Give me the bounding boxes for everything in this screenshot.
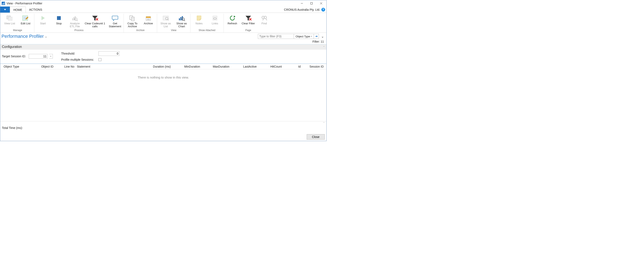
group-label-manage: Manage	[13, 28, 22, 32]
total-time-label: Total Time (ms):	[0, 124, 326, 133]
analyze-icon	[71, 15, 78, 22]
fasttab-configuration: Configuration ⌃ Target Session ID: ▾ Thr…	[0, 44, 326, 64]
ribbon-group-view: Show as List Show as Chart	[157, 14, 190, 33]
analyze-etl-button[interactable]: Analyze ETL File	[68, 14, 82, 28]
svg-marker-19	[42, 16, 45, 20]
clear-filter-button[interactable]: Clear Filter	[241, 14, 255, 28]
svg-rect-20	[57, 16, 61, 20]
svg-rect-36	[147, 19, 150, 19]
col-object-id[interactable]: Object ID	[32, 65, 55, 68]
svg-rect-30	[131, 17, 134, 21]
expand-filter-button[interactable]: ⌄	[320, 34, 324, 38]
svg-rect-41	[179, 18, 180, 20]
filter-box: Object Type ▾	[258, 34, 319, 39]
col-min-duration[interactable]: MinDuration	[172, 65, 201, 68]
clear-calls-button[interactable]: Clear Codeunit 1 calls	[84, 14, 106, 28]
chevron-up-icon: ⌃	[323, 46, 325, 48]
stop-button[interactable]: Stop	[52, 14, 66, 28]
ribbon-group-process: Start Stop	[34, 14, 124, 33]
copy-to-archive-button[interactable]: Copy To Archive	[126, 14, 139, 28]
title-dropdown-icon[interactable]: ▾	[46, 35, 46, 38]
svg-rect-35	[146, 17, 151, 18]
links-button[interactable]: Links	[208, 14, 222, 28]
chart-view-icon	[178, 15, 185, 22]
link-icon	[212, 15, 218, 22]
company-name: CRONUS Australia Pty. Ltd.	[284, 8, 320, 11]
svg-line-25	[77, 20, 78, 21]
show-as-chart-button[interactable]: Show as Chart	[175, 14, 188, 28]
col-statement[interactable]: Statement	[76, 65, 145, 68]
svg-rect-42	[180, 17, 182, 20]
find-icon	[260, 15, 268, 22]
notes-button[interactable]: Notes	[192, 14, 206, 28]
list-view-icon	[162, 15, 169, 22]
ribbon-tabs: HOME ACTIONS CRONUS Australia Pty. Ltd. …	[0, 7, 326, 13]
window-title: View - Performance Profiler	[6, 2, 42, 5]
col-hit-count[interactable]: HitCount	[258, 65, 283, 68]
filter-status: Filter: 11	[0, 40, 326, 44]
close-window-button[interactable]	[316, 0, 326, 7]
refresh-button[interactable]: Refresh	[226, 14, 239, 28]
svg-marker-8	[4, 9, 6, 10]
col-id[interactable]: Id	[283, 65, 302, 68]
col-duration[interactable]: Duration (ms)	[145, 65, 172, 68]
threshold-input[interactable]	[98, 51, 120, 56]
show-as-list-button[interactable]: Show as List	[159, 14, 173, 28]
svg-rect-37	[147, 19, 150, 20]
file-tab[interactable]	[0, 7, 10, 13]
svg-marker-48	[234, 16, 236, 18]
footer-collapse-icon[interactable]: ⌃	[323, 122, 325, 124]
group-label-page: Page	[245, 28, 251, 32]
ribbon-group-archive: Copy To Archive Archive Archive	[124, 14, 157, 33]
page-title: Performance Profiler	[2, 34, 44, 39]
ribbon-group-manage: View List Edit List	[1, 14, 34, 33]
filter-go-button[interactable]	[314, 34, 319, 39]
col-object-type[interactable]: Object Type	[2, 65, 32, 68]
maximize-button[interactable]	[307, 0, 316, 7]
start-button[interactable]: Start	[36, 14, 50, 28]
col-max-duration[interactable]: MaxDuration	[201, 65, 231, 68]
tab-home[interactable]: HOME	[10, 7, 26, 13]
note-icon	[196, 15, 202, 22]
profile-multi-label: Profile multiple Sessions:	[61, 58, 97, 61]
svg-line-45	[184, 20, 185, 21]
copy-icon	[129, 15, 136, 22]
svg-marker-57	[316, 36, 318, 37]
profile-multi-checkbox[interactable]	[98, 58, 102, 61]
close-button[interactable]: Close	[307, 134, 325, 140]
help-icon[interactable]: ?	[321, 8, 325, 12]
tab-actions[interactable]: ACTIONS	[26, 7, 46, 13]
clear-page-filter-icon	[245, 15, 252, 22]
svg-rect-2	[3, 3, 4, 5]
find-button[interactable]: Find	[257, 14, 271, 28]
stop-icon	[55, 15, 62, 22]
view-list-button[interactable]: View List	[3, 14, 16, 28]
ribbon: View List Edit List	[0, 13, 326, 33]
target-session-lookup[interactable]: ▾	[49, 54, 53, 59]
get-statement-button[interactable]: Get Statement	[108, 14, 122, 28]
edit-list-button[interactable]: Edit List	[19, 14, 32, 28]
group-label-show-attached: Show Attached	[198, 28, 215, 32]
group-label-process: Process	[74, 28, 84, 32]
fasttab-header-configuration[interactable]: Configuration ⌃	[0, 44, 326, 49]
group-label-view: View	[171, 28, 176, 32]
title-bar: View - Performance Profiler	[0, 0, 326, 7]
grid-empty-message: There is nothing to show in this view.	[0, 69, 326, 121]
col-last-active[interactable]: LastActive	[231, 65, 258, 68]
col-line-no[interactable]: Line No	[55, 65, 76, 68]
svg-rect-1	[2, 4, 3, 5]
app-window: View - Performance Profiler HOME ACTIONS…	[0, 0, 326, 141]
grid-header-row: Object Type Object ID Line No Statement …	[0, 64, 326, 69]
view-list-icon	[6, 15, 13, 22]
target-session-input[interactable]	[29, 54, 48, 59]
minimize-button[interactable]	[297, 0, 307, 7]
col-session-id[interactable]: Session ID	[302, 65, 325, 68]
results-grid: Object Type Object ID Line No Statement …	[0, 64, 326, 121]
archive-icon	[145, 15, 152, 22]
svg-rect-5	[311, 3, 312, 5]
filter-column-select[interactable]: Object Type ▾	[294, 34, 314, 39]
archive-button[interactable]: Archive	[142, 14, 155, 28]
filter-input[interactable]	[258, 34, 294, 39]
svg-rect-21	[72, 18, 73, 20]
app-icon	[2, 2, 5, 5]
